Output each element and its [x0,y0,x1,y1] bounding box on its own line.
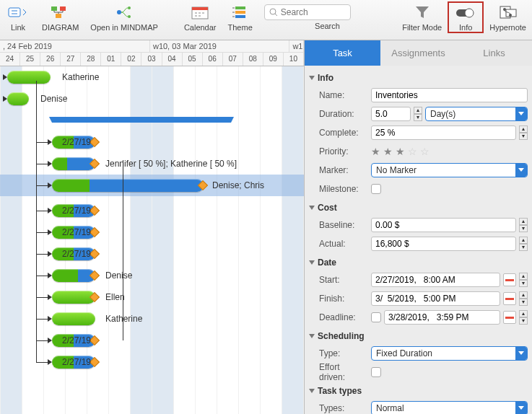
mindmap-label: Open in MINDMAP [90,23,158,32]
section-title: Scheduling [318,331,365,341]
deadline-stepper[interactable]: ▴▾ [519,310,528,325]
name-input[interactable] [371,88,528,102]
schedtype-label: Type: [309,348,367,358]
svg-rect-11 [235,15,245,18]
deadline-label: Deadline: [309,312,367,322]
task-bar[interactable] [52,312,95,325]
disclosure-icon[interactable] [309,206,315,210]
calendar-button[interactable]: Calendar [178,1,222,33]
svg-rect-2 [60,6,66,11]
actual-stepper[interactable]: ▴▾ [519,237,528,251]
filter-button[interactable]: Filter Mode [396,1,448,33]
task-label: 2/27/19 [62,357,91,367]
svg-rect-9 [235,6,245,9]
priority-label: Priority: [309,146,367,157]
tab-assignments[interactable]: Assignments [380,40,456,66]
baseline-stepper[interactable]: ▴▾ [519,218,528,232]
marker-select[interactable]: No Marker [371,163,528,177]
start-input[interactable] [371,273,500,287]
day-header: 10 [284,53,304,66]
info-button[interactable]: Info [448,1,484,33]
effort-checkbox[interactable] [371,367,381,377]
task-label: Denise [40,94,67,104]
svg-point-14 [465,9,474,17]
actual-label: Actual: [309,239,367,249]
disclosure-icon[interactable] [309,260,315,265]
day-header: 25 [20,53,40,66]
day-header: 06 [203,53,223,66]
task-bar[interactable] [7,71,51,84]
task-label: Jennifer [ 50 %]; Katherine [ 50 %] [105,159,237,169]
duration-unit-select[interactable]: Day(s) [425,107,528,121]
svg-point-6 [128,15,131,18]
complete-input[interactable] [371,125,516,140]
diagram-button[interactable]: DIAGRAM [36,1,84,33]
section-cost: Cost Baseline:▴▾ Actual:▴▾ [309,200,528,253]
theme-icon [228,3,253,22]
search-input[interactable] [264,4,351,20]
duration-label: Duration: [309,109,367,119]
tab-links[interactable]: Links [456,40,532,66]
milestone-checkbox[interactable] [371,184,381,194]
mindmap-icon [112,3,136,22]
day-header: 09 [263,53,284,66]
complete-stepper[interactable]: ▴▾ [519,125,528,140]
link-button[interactable]: Link [0,1,36,33]
task-bar[interactable] [7,92,29,105]
day-header: 08 [243,53,263,66]
task-label: Ellen [105,292,125,302]
mindmap-button[interactable]: Open in MINDMAP [84,1,164,33]
disclosure-icon[interactable] [309,389,315,393]
calendar-icon[interactable] [503,273,516,286]
section-scheduling: Scheduling Type:Fixed Duration Effort dr… [309,328,528,382]
task-label: 2/27/19 [62,227,91,237]
svg-rect-0 [9,8,20,17]
priority-stars[interactable]: ★★★☆☆ [371,146,528,157]
info-icon [453,3,478,22]
disclosure-icon[interactable] [309,76,315,80]
week-header: , 24 Feb 2019 [0,40,150,52]
marker-label: Marker: [309,165,367,175]
finish-stepper[interactable]: ▴▾ [519,291,528,306]
day-header: 27 [61,53,81,66]
start-stepper[interactable]: ▴▾ [519,273,528,287]
types-label: Types: [309,403,367,413]
deadline-checkbox[interactable] [371,312,381,322]
calendar-icon[interactable] [503,311,516,324]
duration-input[interactable] [371,107,411,121]
link-label: Link [11,23,25,32]
section-title: Info [318,73,333,83]
summary-bar[interactable] [52,117,231,123]
types-select[interactable]: Normal [371,401,528,414]
disclosure-icon[interactable] [309,334,315,338]
svg-rect-1 [51,6,57,11]
task-label: 2/27/19 [62,137,91,147]
complete-label: Complete: [309,128,367,138]
tab-task[interactable]: Task [305,40,380,66]
funnel-icon [410,3,435,22]
search-field[interactable] [281,7,339,17]
gantt-body[interactable]: KatherineDenise2/27/19Jennifer [ 50 %]; … [0,66,304,414]
schedtype-select[interactable]: Fixed Duration [371,346,528,361]
finish-input[interactable] [371,291,500,306]
baseline-input[interactable] [371,218,516,232]
actual-input[interactable] [371,237,516,251]
deadline-input[interactable] [384,310,500,325]
section-title: Date [318,257,336,268]
duration-stepper[interactable]: ▴▾ [414,107,422,121]
section-date: Date Start:▴▾ Finish:▴▾ Deadline:▴▾ [309,255,528,327]
hypernote-button[interactable]: Hypernote [484,1,532,33]
task-label: Katherine [62,72,99,82]
task-bar[interactable] [52,179,204,192]
hypernote-icon [496,3,520,22]
day-header: 07 [223,53,243,66]
hypernote-label: Hypernote [489,23,526,32]
name-label: Name: [309,90,367,100]
svg-point-5 [128,6,131,9]
milestone-label: Milestone: [309,184,367,194]
day-header: 02 [121,53,141,66]
theme-button[interactable]: Theme [222,1,258,33]
calendar-icon[interactable] [503,292,516,305]
gantt-chart[interactable]: , 24 Feb 2019w10, 03 Mar 2019w1 24252627… [0,40,305,414]
day-header: 28 [81,53,101,66]
